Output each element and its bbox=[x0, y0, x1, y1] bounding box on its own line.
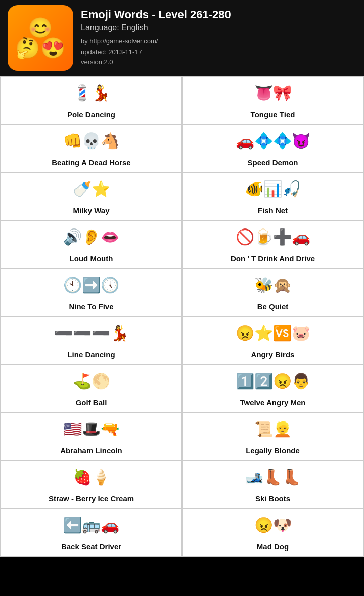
puzzle-cell[interactable]: ⬅️🚌🚗Back Seat Driver bbox=[1, 509, 182, 557]
cell-label: Legally Blonde bbox=[246, 446, 300, 455]
cell-emojis: 🍓🍦 bbox=[73, 467, 110, 487]
cell-label: Mad Dog bbox=[257, 542, 289, 551]
cell-label: Speed Demon bbox=[247, 158, 298, 167]
cell-label: Don ' T Drink And Drive bbox=[231, 254, 315, 263]
cell-emojis: 🎿👢👢 bbox=[245, 467, 301, 487]
by-url: by http://game-solver.com/ bbox=[81, 36, 231, 47]
puzzle-cell[interactable]: 1️⃣2️⃣😠👨Twelve Angry Men bbox=[182, 364, 363, 412]
cell-label: Tongue Tied bbox=[251, 110, 295, 119]
puzzle-cell[interactable]: 🐠📊🎣Fish Net bbox=[182, 172, 363, 220]
puzzle-cell[interactable]: 🍼⭐Milky Way bbox=[1, 172, 182, 220]
meta-info: by http://game-solver.com/ updated: 2013… bbox=[81, 36, 231, 68]
cell-emojis: 🔊👂👄 bbox=[63, 227, 119, 247]
header: 😊🤔😍 Emoji Words - Level 261-280 Language… bbox=[0, 0, 364, 76]
cell-label: Be Quiet bbox=[257, 302, 289, 311]
cell-label: Golf Ball bbox=[76, 398, 107, 407]
cell-label: Fish Net bbox=[258, 206, 288, 215]
cell-label: Angry Birds bbox=[251, 350, 295, 359]
version: version:2.0 bbox=[81, 57, 231, 68]
puzzle-cell[interactable]: 🚗💠💠😈Speed Demon bbox=[182, 124, 363, 172]
cell-emojis: 😠⭐🆚🐷 bbox=[236, 323, 310, 343]
puzzle-cell[interactable]: 👅🎀Tongue Tied bbox=[182, 76, 363, 124]
puzzle-cell[interactable]: 😠🐶Mad Dog bbox=[182, 509, 363, 557]
cell-label: Twelve Angry Men bbox=[240, 398, 305, 407]
cell-label: Line Dancing bbox=[67, 350, 115, 359]
cell-emojis: 🚗💠💠😈 bbox=[236, 131, 310, 151]
cell-emojis: 🍼⭐ bbox=[73, 179, 110, 199]
puzzle-cell[interactable]: ➖➖➖💃Line Dancing bbox=[1, 316, 182, 364]
puzzle-cell[interactable]: 🐝🙊Be Quiet bbox=[182, 268, 363, 316]
language-label: Language: English bbox=[81, 23, 231, 32]
cell-label: Nine To Five bbox=[69, 302, 113, 311]
puzzle-grid: 💈💃Pole Dancing👅🎀Tongue Tied👊💀🐴Beating A … bbox=[0, 76, 364, 557]
cell-emojis: 👅🎀 bbox=[254, 83, 292, 103]
cell-emojis: ⛳🌕 bbox=[73, 371, 110, 391]
cell-emojis: ⬅️🚌🚗 bbox=[63, 515, 119, 535]
cell-label: Beating A Dead Horse bbox=[52, 158, 130, 167]
cell-emojis: 1️⃣2️⃣😠👨 bbox=[236, 371, 310, 391]
cell-emojis: 😠🐶 bbox=[254, 515, 292, 535]
puzzle-cell[interactable]: 🕙➡️🕔Nine To Five bbox=[1, 268, 182, 316]
puzzle-cell[interactable]: 🔊👂👄Loud Mouth bbox=[1, 220, 182, 268]
cell-label: Pole Dancing bbox=[67, 110, 115, 119]
header-info: Emoji Words - Level 261-280 Language: En… bbox=[81, 8, 231, 68]
cell-emojis: 🕙➡️🕔 bbox=[63, 275, 119, 295]
puzzle-cell[interactable]: 😠⭐🆚🐷Angry Birds bbox=[182, 316, 363, 364]
puzzle-cell[interactable]: 🍓🍦Straw - Berry Ice Cream bbox=[1, 461, 182, 509]
cell-emojis: 🐝🙊 bbox=[254, 275, 292, 295]
puzzle-cell[interactable]: 🎿👢👢Ski Boots bbox=[182, 461, 363, 509]
cell-label: Loud Mouth bbox=[70, 254, 113, 263]
cell-label: Back Seat Driver bbox=[61, 542, 121, 551]
puzzle-cell[interactable]: 🚫🍺➕🚗Don ' T Drink And Drive bbox=[182, 220, 363, 268]
updated-date: updated: 2013-11-17 bbox=[81, 47, 231, 58]
cell-emojis: 🐠📊🎣 bbox=[245, 179, 301, 199]
puzzle-cell[interactable]: 📜👱Legally Blonde bbox=[182, 412, 363, 461]
cell-emojis: 📜👱 bbox=[254, 419, 292, 439]
cell-emojis: 🇺🇸🎩🔫 bbox=[63, 419, 119, 439]
puzzle-cell[interactable]: 👊💀🐴Beating A Dead Horse bbox=[1, 124, 182, 172]
cell-label: Straw - Berry Ice Cream bbox=[49, 494, 134, 503]
cell-emojis: 👊💀🐴 bbox=[63, 131, 119, 151]
cell-emojis: ➖➖➖💃 bbox=[54, 323, 129, 343]
puzzle-cell[interactable]: 💈💃Pole Dancing bbox=[1, 76, 182, 124]
cell-label: Milky Way bbox=[73, 206, 110, 215]
cell-emojis: 💈💃 bbox=[73, 83, 110, 103]
puzzle-cell[interactable]: ⛳🌕Golf Ball bbox=[1, 364, 182, 412]
app-logo: 😊🤔😍 bbox=[8, 5, 73, 71]
cell-label: Abraham Lincoln bbox=[60, 446, 122, 455]
puzzle-cell[interactable]: 🇺🇸🎩🔫Abraham Lincoln bbox=[1, 412, 182, 461]
cell-emojis: 🚫🍺➕🚗 bbox=[236, 227, 310, 247]
page-title: Emoji Words - Level 261-280 bbox=[81, 8, 231, 21]
cell-label: Ski Boots bbox=[255, 494, 290, 503]
